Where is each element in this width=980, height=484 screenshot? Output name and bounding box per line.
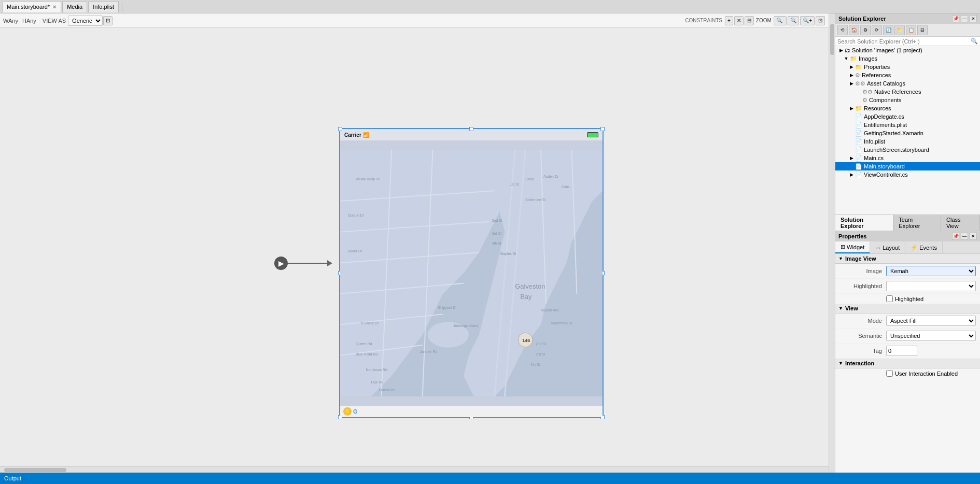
tree-item-solution[interactable]: ▶ 🗂 Solution 'Images' (1 project)	[835, 46, 980, 54]
tree-item-images[interactable]: ▼ 📁 Images	[835, 54, 980, 63]
minimize-btn[interactable]: —	[961, 15, 968, 22]
zoom-out-btn[interactable]: 🔍-	[774, 16, 787, 25]
horizontal-scrollbar[interactable]	[0, 466, 829, 473]
vscrollbar-thumb[interactable]	[830, 24, 834, 55]
widget-tab-label: Widget	[847, 244, 864, 250]
se-btn-7[interactable]: 📋	[906, 25, 916, 35]
zoom-in-btn[interactable]: 🔍+	[800, 16, 815, 25]
mode-select[interactable]: Aspect Fill	[886, 316, 976, 326]
expand-viewcontroller[interactable]: ▶	[848, 171, 855, 178]
prop-tab-events[interactable]: ⚡ Events	[905, 241, 943, 253]
mainstoryboard-icon: 📄	[855, 163, 862, 170]
tree-item-entitlements[interactable]: 📄 Entitlements.plist	[835, 121, 980, 129]
h-any-label: HAny	[22, 18, 36, 24]
user-interaction-checkbox[interactable]	[886, 370, 893, 377]
se-btn-4[interactable]: ⟳	[872, 25, 882, 35]
image-view-section-header[interactable]: ▼ Image View	[835, 254, 980, 264]
widget-icon: ⊞	[841, 244, 845, 250]
tab-info-plist[interactable]: Info.plist	[88, 1, 119, 12]
se-btn-5[interactable]: 🔃	[883, 25, 893, 35]
expand-solution[interactable]: ▶	[837, 47, 845, 54]
mode-label: Mode	[839, 318, 886, 324]
zoom-fit-btn[interactable]: ⊡	[816, 16, 825, 25]
se-search-input[interactable]	[837, 38, 971, 45]
mainstoryboard-label: Main.storyboard	[864, 163, 905, 169]
highlighted-label: Highlighted	[839, 283, 886, 289]
images-label: Images	[859, 55, 877, 62]
close-btn[interactable]: ✕	[970, 15, 977, 22]
zoom-reset-btn[interactable]: 🔍	[788, 16, 799, 25]
tree-item-infoplist[interactable]: 📄 Info.plist	[835, 137, 980, 146]
expand-components	[855, 96, 862, 104]
tree-item-maincs[interactable]: ▶ 📄 Main.cs	[835, 154, 980, 162]
appdelegate-icon: 📄	[855, 113, 862, 120]
tree-item-references[interactable]: ▶ ⚙ References	[835, 71, 980, 79]
view-section-header[interactable]: ▼ View	[835, 304, 980, 314]
svg-text:Waterfront St: Waterfront St	[551, 321, 572, 325]
tree-item-resources[interactable]: ▶ 📁 Resources	[835, 104, 980, 112]
view-controller[interactable]: Carrier 📶	[339, 128, 604, 418]
se-btn-1[interactable]: ⟲	[837, 25, 848, 35]
se-tab-solution-explorer[interactable]: Solution Explorer	[835, 215, 893, 231]
highlighted-value-container	[886, 281, 976, 291]
expand-references[interactable]: ▶	[848, 72, 855, 79]
expand-properties[interactable]: ▶	[848, 63, 855, 70]
prop-close-btn[interactable]: ✕	[970, 233, 977, 240]
prop-minimize-btn[interactable]: —	[961, 233, 968, 240]
prop-tab-layout[interactable]: ↔ Layout	[870, 241, 905, 253]
se-btn-3[interactable]: ⚙	[860, 25, 871, 35]
constraints-btn-2[interactable]: ✕	[734, 16, 744, 25]
property-tabs: ⊞ Widget ↔ Layout ⚡ Events	[835, 241, 980, 254]
references-icon: ⚙	[855, 72, 860, 79]
references-label: References	[862, 72, 891, 78]
prop-tab-widget[interactable]: ⊞ Widget	[835, 241, 870, 253]
svg-text:3rd St: 3rd St	[492, 232, 502, 235]
svg-text:Oak Rd: Oak Rd	[371, 380, 384, 384]
tree-item-viewcontroller[interactable]: ▶ 📄 ViewController.cs	[835, 170, 980, 179]
tab-main-storyboard[interactable]: Main.storyboard* ✕	[2, 1, 61, 12]
highlighted-checkbox-label: Highlighted	[895, 296, 923, 302]
native-refs-icon: ⚙⚙	[862, 89, 873, 95]
image-select[interactable]: Kemah	[886, 266, 976, 276]
tree-item-appdelegate[interactable]: 📄 AppDelegate.cs	[835, 112, 980, 121]
constraints-btn-3[interactable]: ⊟	[745, 16, 754, 25]
se-tab-class-view[interactable]: Class View	[941, 215, 980, 231]
expand-asset-catalogs[interactable]: ▶	[848, 80, 855, 87]
svg-text:2nd St: 2nd St	[492, 219, 502, 222]
tree-item-asset-catalogs[interactable]: ▶ ⚙⚙ Asset Catalogs	[835, 79, 980, 88]
tab-close-btn[interactable]: ✕	[52, 4, 57, 10]
entry-point-circle: ▶	[274, 257, 288, 270]
interaction-section-header[interactable]: ▼ Interaction	[835, 359, 980, 368]
svg-text:Juniper Rd: Juniper Rd	[420, 350, 438, 354]
tree-item-launchscreen[interactable]: 📄 LaunchScreen.storyboard	[835, 146, 980, 154]
tree-item-properties[interactable]: ▶ 📁 Properties	[835, 63, 980, 71]
tab-media[interactable]: Media	[62, 1, 87, 12]
vertical-scrollbar[interactable]	[829, 13, 835, 473]
view-as-select[interactable]: Generic	[68, 16, 103, 26]
se-btn-6[interactable]: 📁	[894, 25, 905, 35]
se-btn-2[interactable]: 🏠	[849, 25, 859, 35]
tree-item-native-references[interactable]: ⚙⚙ Native References	[835, 88, 980, 96]
view-as-icon-btn[interactable]: ⊡	[103, 16, 113, 25]
tag-input[interactable]	[886, 346, 917, 356]
highlighted-checkbox[interactable]	[886, 295, 893, 302]
expand-images[interactable]: ▼	[843, 55, 850, 62]
highlighted-select[interactable]	[886, 281, 976, 291]
pin-btn[interactable]: 📌	[952, 15, 959, 22]
search-icon[interactable]: 🔍	[971, 38, 978, 45]
svg-text:4th St: 4th St	[530, 363, 540, 366]
storyboard-canvas: ▶	[129, 71, 699, 423]
tree-item-components[interactable]: ⚙ Components	[835, 96, 980, 104]
tree-item-mainstoryboard[interactable]: 📄 Main.storyboard	[835, 162, 980, 170]
se-btn-8[interactable]: ⊟	[917, 25, 928, 35]
expand-maincs[interactable]: ▶	[848, 154, 855, 162]
prop-pin-btn[interactable]: 📌	[952, 233, 959, 240]
image-view-section-label: Image View	[845, 255, 876, 262]
title-bar-buttons: 📌 — ✕	[952, 15, 977, 22]
expand-resources[interactable]: ▶	[848, 105, 855, 112]
semantic-select[interactable]: Unspecified	[886, 331, 976, 341]
scrollbar-thumb[interactable]	[4, 468, 66, 472]
tree-item-gettingstarted[interactable]: 📄 GettingStarted.Xamarin	[835, 129, 980, 137]
constraints-btn-1[interactable]: +	[725, 16, 733, 25]
se-tab-team-explorer[interactable]: Team Explorer	[893, 215, 941, 231]
